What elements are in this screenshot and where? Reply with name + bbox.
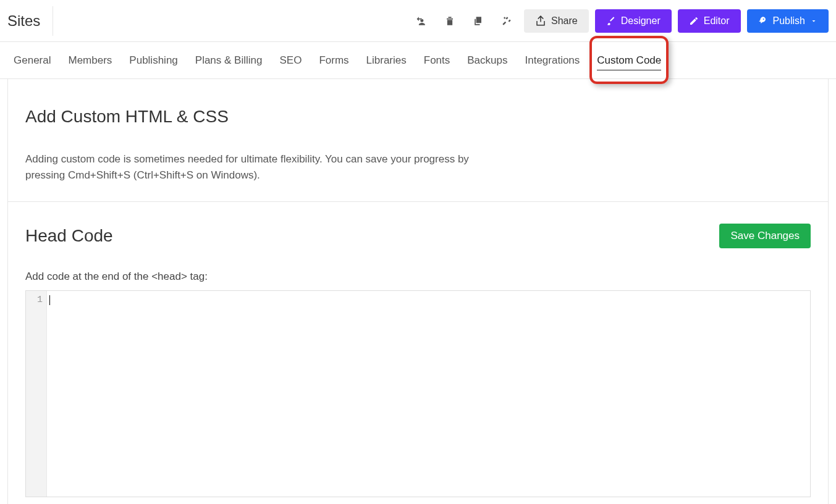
code-editor[interactable]: 1: [25, 290, 811, 497]
intro-description: Adding custom code is sometimes needed f…: [25, 151, 483, 183]
duplicate-icon[interactable]: [467, 10, 489, 32]
tab-members[interactable]: Members: [68, 44, 112, 77]
content-wrap: Add Custom HTML & CSS Adding custom code…: [0, 79, 836, 504]
editor-button[interactable]: Editor: [678, 9, 741, 33]
text-cursor: [49, 295, 50, 305]
designer-label: Designer: [621, 15, 661, 27]
tabs-nav: General Members Publishing Plans & Billi…: [0, 42, 836, 79]
tab-fonts[interactable]: Fonts: [424, 44, 450, 77]
tab-backups[interactable]: Backups: [467, 44, 507, 77]
tab-libraries[interactable]: Libraries: [366, 44, 407, 77]
trash-icon[interactable]: [439, 10, 461, 32]
share-label: Share: [551, 15, 578, 27]
tab-publishing[interactable]: Publishing: [129, 44, 177, 77]
editor-label: Editor: [704, 15, 730, 27]
tab-custom-code[interactable]: Custom Code: [597, 44, 661, 77]
tab-custom-code-label: Custom Code: [597, 54, 661, 66]
designer-button[interactable]: Designer: [595, 9, 672, 33]
save-changes-button[interactable]: Save Changes: [719, 224, 811, 248]
head-code-title: Head Code: [25, 226, 113, 246]
rocket-icon: [758, 16, 768, 26]
header-left: Sites: [7, 6, 53, 36]
code-input[interactable]: [47, 291, 810, 497]
transfer-user-icon[interactable]: [410, 10, 433, 32]
publish-button[interactable]: Publish: [747, 9, 829, 33]
header-right: Share Designer Editor Publish: [410, 9, 829, 33]
line-gutter: 1: [26, 291, 47, 497]
head-code-label: Add code at the end of the <head> tag:: [25, 271, 811, 283]
unlink-icon[interactable]: [496, 10, 518, 32]
head-code-section: Head Code Save Changes Add code at the e…: [8, 202, 828, 504]
share-icon: [535, 15, 546, 27]
pencil-icon: [689, 16, 699, 26]
header-bar: Sites Share Designer Editor Publish: [0, 0, 836, 42]
intro-title: Add Custom HTML & CSS: [25, 107, 811, 127]
tab-forms[interactable]: Forms: [319, 44, 348, 77]
intro-section: Add Custom HTML & CSS Adding custom code…: [8, 79, 828, 202]
tab-integrations[interactable]: Integrations: [525, 44, 580, 77]
tab-plans-billing[interactable]: Plans & Billing: [195, 44, 263, 77]
share-button[interactable]: Share: [524, 9, 589, 33]
publish-label: Publish: [773, 15, 805, 27]
tab-seo[interactable]: SEO: [279, 44, 302, 77]
head-code-header: Head Code Save Changes: [25, 224, 811, 248]
brush-icon: [606, 16, 616, 26]
tab-general[interactable]: General: [14, 44, 51, 77]
chevron-down-icon: [810, 17, 817, 25]
sites-title: Sites: [7, 6, 53, 36]
line-number: 1: [26, 295, 43, 305]
content-panel: Add Custom HTML & CSS Adding custom code…: [7, 79, 829, 504]
